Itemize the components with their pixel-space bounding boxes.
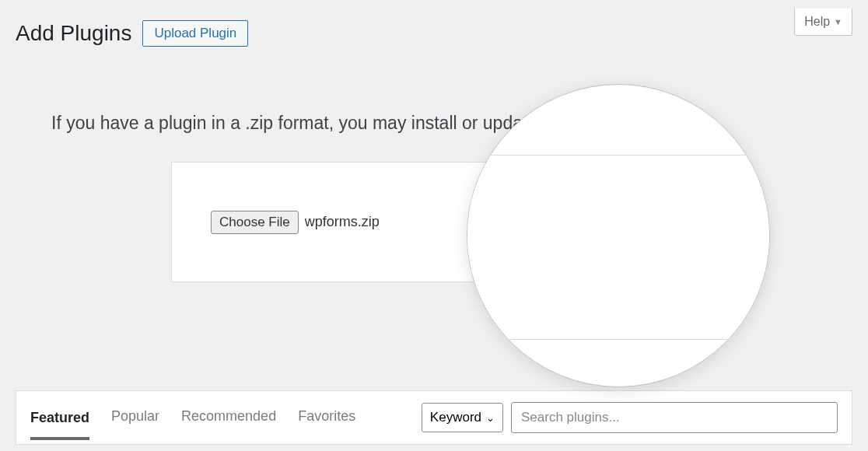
choose-file-button[interactable]: Choose File <box>211 211 299 234</box>
install-now-button[interactable]: Install Now <box>515 198 657 246</box>
selected-filename: wpforms.zip <box>305 214 380 230</box>
filter-bar: Featured Popular Recommended Favorites K… <box>16 390 852 445</box>
search-type-select[interactable]: Keyword ⌄ <box>422 403 503 432</box>
search-input[interactable] <box>511 402 838 433</box>
upload-area: If you have a plugin in a .zip format, y… <box>0 113 868 282</box>
tab-favorites[interactable]: Favorites <box>298 408 355 428</box>
help-tab[interactable]: Help ▼ <box>794 9 852 36</box>
caret-down-icon: ▼ <box>834 17 842 26</box>
file-input-group: Choose File wpforms.zip <box>211 211 380 234</box>
page-title: Add Plugins <box>16 21 131 46</box>
page-header: Add Plugins Upload Plugin <box>16 9 248 47</box>
help-label: Help <box>804 15 830 29</box>
filter-tabs: Featured Popular Recommended Favorites <box>30 408 355 428</box>
upload-form: Choose File wpforms.zip Install Now <box>171 162 697 282</box>
upload-plugin-button[interactable]: Upload Plugin <box>142 20 248 47</box>
search-group: Keyword ⌄ <box>422 402 838 433</box>
search-type-label: Keyword <box>430 410 481 425</box>
tab-popular[interactable]: Popular <box>111 408 159 428</box>
upload-instruction: If you have a plugin in a .zip format, y… <box>16 113 852 134</box>
tab-featured[interactable]: Featured <box>30 410 89 440</box>
chevron-down-icon: ⌄ <box>486 412 495 424</box>
tab-recommended[interactable]: Recommended <box>181 408 276 428</box>
